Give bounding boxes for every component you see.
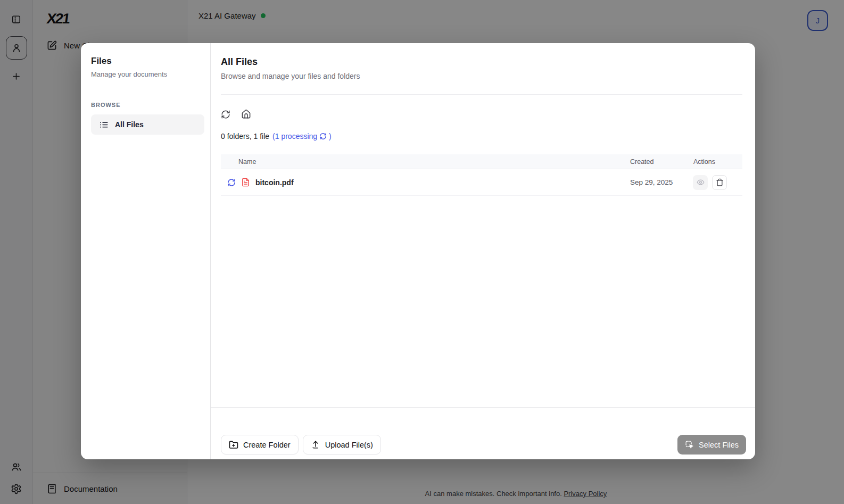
list-icon [100,120,109,129]
file-count-text: 0 folders, 1 file [221,132,269,141]
modal-footer: Create Folder Upload File(s) [211,407,755,459]
pdf-file-icon [241,178,250,187]
column-header-name: Name [221,158,612,166]
file-name: bitcoin.pdf [255,178,294,187]
folder-plus-icon [229,440,238,450]
create-folder-button[interactable]: Create Folder [221,435,299,455]
delete-file-button[interactable] [712,175,727,190]
page-subtitle: Browse and manage your files and folders [221,72,742,80]
table-header: Name Created Actions [221,154,742,169]
files-table: Name Created Actions [221,154,742,196]
page-title: All Files [221,56,742,68]
sidebar-item-label: All Files [115,120,144,129]
home-button[interactable] [241,109,251,119]
files-panel-title: Files [91,56,204,67]
processing-link[interactable]: (1 processing ) [272,132,332,141]
upload-files-label: Upload File(s) [325,441,373,449]
upload-icon [311,440,320,450]
files-modal-sidebar: Files Manage your documents BROWSE All F… [81,43,211,459]
file-count-line: 0 folders, 1 file (1 processing ) [221,132,742,141]
row-processing-spinner-icon [227,178,236,187]
trash-icon [716,178,724,186]
upload-files-button[interactable]: Upload File(s) [303,435,381,455]
browse-section-label: BROWSE [91,102,204,108]
processing-spinner-icon [319,133,327,140]
select-files-icon [685,440,694,449]
home-icon [241,109,251,119]
table-row[interactable]: bitcoin.pdf Sep 29, 2025 [221,169,742,196]
select-files-label: Select Files [699,441,739,449]
preview-file-button[interactable] [693,175,708,190]
sidebar-item-all-files[interactable]: All Files [91,114,204,135]
files-toolbar [221,109,742,119]
select-files-button[interactable]: Select Files [677,435,746,455]
files-modal: Files Manage your documents BROWSE All F… [81,43,755,459]
file-created-date: Sep 29, 2025 [612,178,686,186]
header-divider [221,94,742,95]
column-header-created: Created [612,158,686,166]
refresh-icon [221,110,230,119]
refresh-button[interactable] [221,110,230,119]
eye-icon [697,178,705,186]
files-modal-main: All Files Browse and manage your files a… [211,43,755,459]
column-header-actions: Actions [686,158,742,166]
files-panel-subtitle: Manage your documents [91,70,204,78]
create-folder-label: Create Folder [243,441,291,449]
